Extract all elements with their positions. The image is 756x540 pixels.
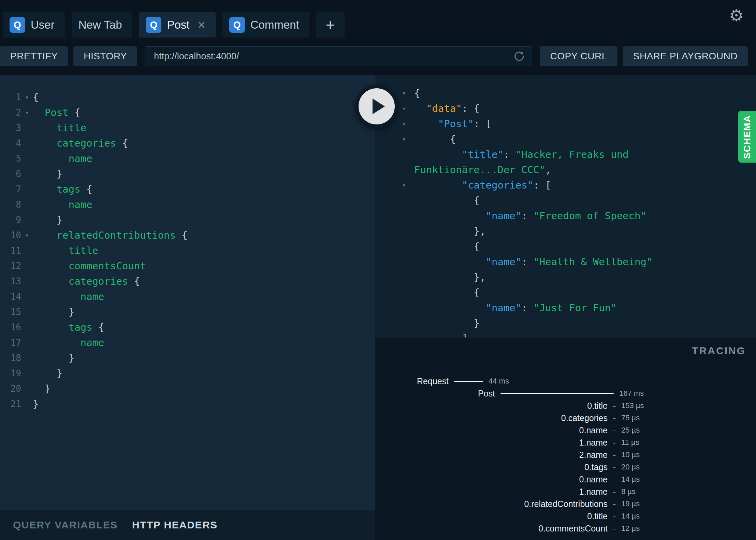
tracing-label: Post <box>478 389 495 399</box>
http-headers-button[interactable]: HTTP HEADERS <box>132 519 218 531</box>
tracing-label: 1.name <box>579 438 608 448</box>
line-number: 8 <box>0 199 21 210</box>
response-line: ▾ { <box>402 131 756 147</box>
tracing-label: 0.title <box>587 511 608 521</box>
dash: - <box>613 438 616 447</box>
fold-arrow-icon[interactable]: ▾ <box>21 93 33 101</box>
play-icon <box>373 99 385 114</box>
tab-comment[interactable]: QComment <box>222 12 309 38</box>
fold-arrow-icon[interactable]: ▾ <box>21 108 33 117</box>
dash: - <box>613 425 616 435</box>
editor-line: 7 tags { <box>0 181 375 197</box>
settings-gear-icon[interactable]: ⚙ <box>729 7 744 24</box>
dash: - <box>613 401 616 410</box>
tracing-row: 0.title-14 µs <box>375 510 756 522</box>
code-text: "name": "Health & Wellbeing" <box>414 256 652 268</box>
endpoint-bar <box>145 46 532 66</box>
code-text: "data": { <box>414 103 480 114</box>
schema-tab[interactable]: SCHEMA <box>738 111 756 163</box>
response-line: "name": "Just For Fun" <box>402 300 756 315</box>
dash: - <box>613 524 616 533</box>
tracing-value: 153 µs <box>621 401 672 410</box>
fold-arrow-icon[interactable]: ▾ <box>402 104 414 112</box>
line-number: 4 <box>0 138 21 148</box>
tracing-rows: Request44 msPost167 ms0.title-153 µs0.ca… <box>375 375 756 535</box>
tab-bar: QUserNew TabQPost×QComment + <box>0 0 756 38</box>
line-number: 13 <box>0 276 21 286</box>
tab-post[interactable]: QPost× <box>139 12 215 38</box>
line-number: 9 <box>0 215 21 225</box>
editor-line: 16 tags { <box>0 319 375 335</box>
graphql-playground: QUserNew TabQPost×QComment + ⚙ PRETTIFY … <box>0 0 756 540</box>
line-number: 14 <box>0 291 21 302</box>
editor-line: 6 } <box>0 166 375 181</box>
fold-arrow-icon[interactable]: ▾ <box>402 181 414 189</box>
code-text: { <box>414 241 480 252</box>
tab-label: New Tab <box>78 18 122 31</box>
tab-new-tab[interactable]: New Tab <box>72 12 132 38</box>
endpoint-input[interactable] <box>145 46 532 66</box>
dash: - <box>613 475 616 484</box>
fold-arrow-icon[interactable]: ▾ <box>402 89 414 97</box>
code-text: } <box>414 317 480 329</box>
tracing-label: 0.tags <box>584 462 608 472</box>
code-text: commentsCount <box>33 260 146 272</box>
execute-button[interactable] <box>355 85 398 128</box>
line-number: 12 <box>0 261 21 271</box>
editor-line: 8 name <box>0 197 375 212</box>
line-number: 15 <box>0 307 21 317</box>
timing-bar <box>454 381 483 382</box>
code-text: tags { <box>33 321 104 333</box>
dash: - <box>613 413 616 423</box>
tracing-row: 0.tags-20 µs <box>375 461 756 473</box>
query-badge-icon: Q <box>229 17 245 33</box>
tab-list: QUserNew TabQPost×QComment <box>3 12 309 38</box>
schema-tab-label: SCHEMA <box>742 115 753 159</box>
line-number: 20 <box>0 384 21 394</box>
tracing-row: 0.categories-75 µs <box>375 412 756 424</box>
share-playground-button[interactable]: SHARE PLAYGROUND <box>623 46 748 66</box>
tracing-value: 12 µs <box>621 524 672 533</box>
response-line: "name": "Health & Wellbeing" <box>402 254 756 269</box>
editor-line: 17 name <box>0 335 375 350</box>
response-line: { <box>402 193 756 208</box>
close-icon[interactable]: × <box>198 18 205 31</box>
fold-arrow-icon[interactable]: ▾ <box>402 135 414 143</box>
editor-line: 3 title <box>0 120 375 135</box>
editor-line: 5 name <box>0 151 375 166</box>
new-tab-button[interactable]: + <box>316 12 345 38</box>
line-number: 11 <box>0 245 21 256</box>
code-text: } <box>33 306 74 318</box>
code-text: } <box>33 214 62 226</box>
code-text: }, <box>414 225 486 237</box>
query-editor[interactable]: 1▾{2▾ Post {3 title4 categories {5 name6… <box>0 75 375 540</box>
tab-label: User <box>31 18 55 31</box>
response-line: { <box>402 239 756 254</box>
query-variables-button[interactable]: QUERY VARIABLES <box>13 519 118 531</box>
fold-arrow-icon[interactable]: ▾ <box>402 120 414 128</box>
history-button[interactable]: HISTORY <box>73 46 137 66</box>
code-text: name <box>33 153 92 164</box>
tab-label: Post <box>167 18 189 31</box>
editor-line: 21} <box>0 396 375 411</box>
response-line: ▾ "data": { <box>402 101 756 116</box>
code-text: } <box>33 168 62 180</box>
code-text: name <box>33 199 92 210</box>
dash: - <box>613 499 616 509</box>
copy-curl-button[interactable]: COPY CURL <box>540 46 617 66</box>
tab-user[interactable]: QUser <box>3 12 65 38</box>
tracing-row: 1.name-8 µs <box>375 485 756 498</box>
response-line: "name": "Freedom of Speech" <box>402 208 756 223</box>
tracing-row: 0.relatedContributions-19 µs <box>375 498 756 510</box>
line-number: 19 <box>0 368 21 378</box>
code-text: title <box>33 122 86 134</box>
main-area: 1▾{2▾ Post {3 title4 categories {5 name6… <box>0 75 756 540</box>
editor-line: 1▾{ <box>0 89 375 105</box>
tracing-label: 0.name <box>579 475 608 484</box>
fold-arrow-icon[interactable]: ▾ <box>21 231 33 239</box>
code-text: } <box>33 368 62 379</box>
prettify-button[interactable]: PRETTIFY <box>0 46 68 66</box>
code-text: } <box>33 398 39 410</box>
tracing-label: 0.title <box>587 401 608 411</box>
reload-icon[interactable] <box>513 50 525 62</box>
